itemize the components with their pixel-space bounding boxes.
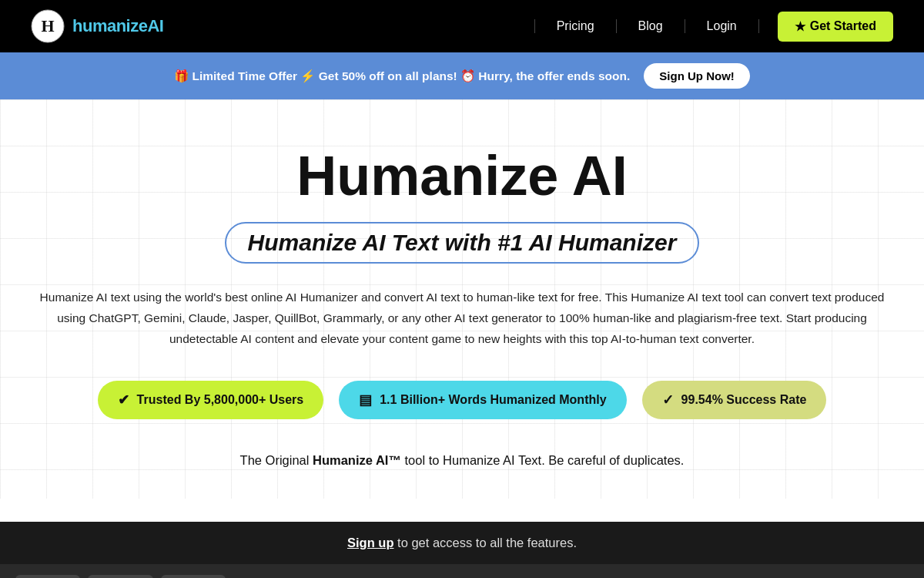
check-icon: ✓ (662, 391, 674, 408)
nav-links: Pricing Blog Login ★ Get Started (534, 12, 893, 42)
nav-blog[interactable]: Blog (617, 19, 685, 33)
star-icon: ★ (795, 19, 805, 34)
main-content: Humanize AI Humanize AI Text with #1 AI … (0, 99, 924, 499)
hero-title: Humanize AI (31, 146, 893, 207)
hero-description: Humanize AI text using the world's best … (38, 287, 886, 349)
badge-rate: ✓ 99.54% Success Rate (642, 381, 827, 419)
original-prefix: The Original (240, 453, 313, 467)
logo[interactable]: H humanizeAI (31, 9, 163, 43)
checkmark-icon: ✔ (118, 391, 129, 408)
original-suffix: tool to Humanize AI Text. Be careful of … (401, 453, 684, 467)
badge-words-label: 1.1 Billion+ Words Humanized Monthly (380, 393, 606, 407)
original-line: The Original Humanize AI™ tool to Humani… (31, 453, 893, 468)
promo-banner: 🎁 Limited Time Offer ⚡ Get 50% off on al… (0, 52, 924, 99)
hero-subtitle: Humanize AI Text with #1 AI Humanizer (225, 222, 700, 264)
badge-users-label: Trusted By 5,800,000+ Users (137, 393, 304, 407)
badge-users: ✔ Trusted By 5,800,000+ Users (98, 381, 324, 419)
logo-icon: H (31, 9, 65, 43)
badge-words: ▤ 1.1 Billion+ Words Humanized Monthly (339, 381, 626, 419)
svg-text:H: H (41, 16, 54, 35)
bottom-button-1[interactable]: Button 1 (15, 575, 80, 578)
sign-up-now-button[interactable]: Sign Up Now! (644, 63, 750, 89)
signup-link[interactable]: Sign up (347, 536, 394, 549)
banner-text: 🎁 Limited Time Offer ⚡ Get 50% off on al… (174, 69, 630, 83)
signup-bar: Sign up to get access to all the feature… (0, 522, 924, 564)
badges-row: ✔ Trusted By 5,800,000+ Users ▤ 1.1 Bill… (31, 381, 893, 419)
bottom-button-2[interactable]: Button 2 (88, 575, 152, 578)
get-started-button[interactable]: ★ Get Started (778, 12, 893, 42)
card-icon: ▤ (359, 391, 372, 408)
nav-login[interactable]: Login (685, 19, 759, 33)
signup-suffix: to get access to all the features. (393, 536, 577, 549)
brand-name: Humanize AI™ (313, 453, 401, 467)
bottom-button-3[interactable]: Button 3 (161, 575, 226, 578)
nav-pricing[interactable]: Pricing (534, 19, 617, 33)
bottom-bar: Button 1 Button 2 Button 3 (0, 564, 924, 578)
logo-text: humanizeAI (72, 16, 163, 36)
badge-rate-label: 99.54% Success Rate (681, 393, 807, 407)
signup-bar-text: Sign up to get access to all the feature… (347, 536, 577, 549)
navbar: H humanizeAI Pricing Blog Login ★ Get St… (0, 0, 924, 52)
